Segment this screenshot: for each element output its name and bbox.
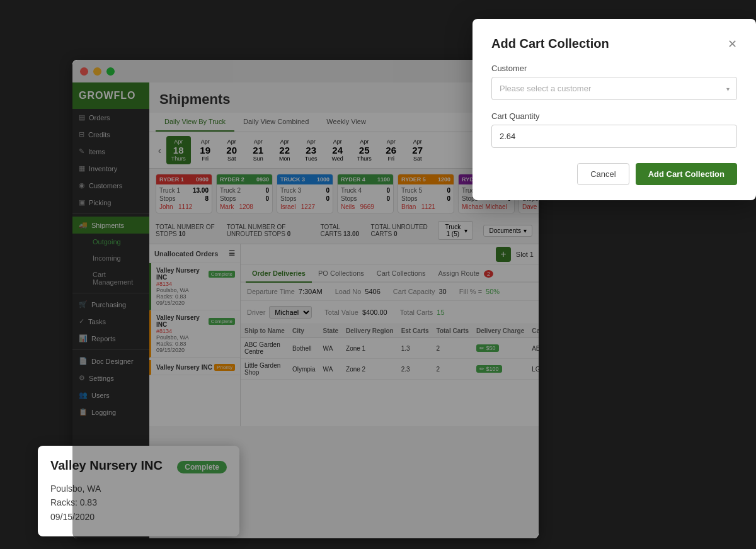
- customer-label: Customer: [491, 64, 737, 73]
- modal-overlay: [72, 60, 539, 538]
- quantity-form-group: Cart Quantity: [491, 111, 737, 148]
- modal-title: Add Cart Collection: [491, 37, 609, 51]
- app-window: GROWFLO ▤ Orders ⊟ Credits ✎ Items ▦ Inv…: [72, 60, 539, 538]
- add-cart-collection-button[interactable]: Add Cart Collection: [636, 163, 737, 185]
- quantity-input[interactable]: [491, 125, 737, 148]
- modal-actions: Cancel Add Cart Collection: [491, 163, 737, 185]
- modal-close-button[interactable]: ✕: [728, 37, 737, 51]
- modal-dialog: Add Cart Collection ✕ Customer Please se…: [472, 19, 756, 200]
- customer-select[interactable]: Please select a customer: [491, 77, 737, 100]
- cancel-button[interactable]: Cancel: [577, 163, 629, 185]
- customer-form-group: Customer Please select a customer ▾: [491, 64, 737, 100]
- quantity-label: Cart Quantity: [491, 111, 737, 121]
- modal-header: Add Cart Collection ✕: [491, 37, 737, 51]
